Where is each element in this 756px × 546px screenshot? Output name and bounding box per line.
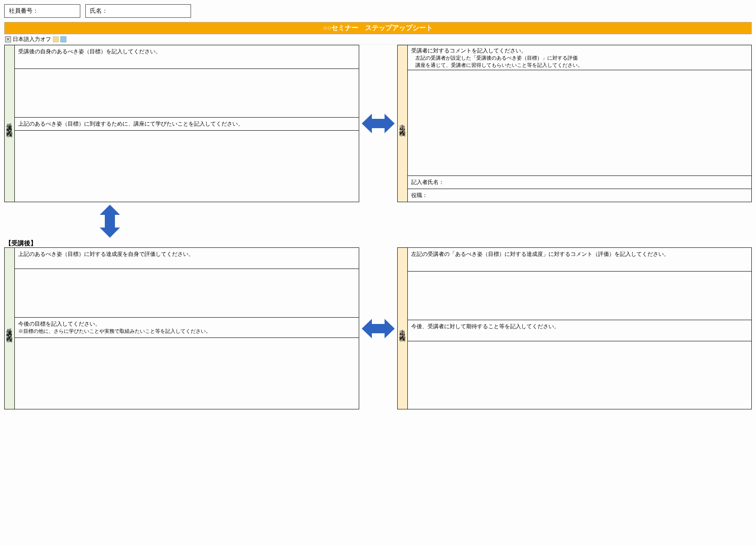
ime-checkbox-icon: ✕ bbox=[5, 36, 11, 42]
arrow-horizontal-2 bbox=[359, 247, 397, 409]
post-right-label: 上司記入欄 bbox=[398, 248, 408, 409]
svg-marker-1 bbox=[100, 205, 120, 238]
post-left-q2-sub: ※目標の他に、さらに学びたいことや実務で取組みたいこと等を記入してください。 bbox=[18, 328, 355, 335]
pre-right-header-main: 受講者に対するコメントを記入してください。 bbox=[411, 47, 748, 55]
block-post-course: 受講者記入欄 上記のあるべき姿（目標）に対する達成度を自身で評価してください。 … bbox=[4, 247, 752, 409]
pre-left-a1[interactable] bbox=[15, 69, 359, 118]
post-right-a1[interactable] bbox=[408, 272, 752, 320]
post-left-label: 受講者記入欄 bbox=[5, 248, 15, 409]
pre-right-sub1: 左記の受講者が設定した「受講後のあるべき姿（目標）」に対する評価 bbox=[411, 55, 748, 62]
block-pre-course: 受講者記入欄 受講後の自身のあるべき姿（目標）を記入してください。 上記のあるべ… bbox=[4, 45, 752, 202]
list-icon bbox=[60, 36, 66, 42]
post-left-q2-main: 今後の目標を記入してください。 bbox=[18, 320, 355, 328]
pre-right-panel: 上司記入欄 受講者に対するコメントを記入してください。 左記の受講者が設定した「… bbox=[397, 45, 752, 202]
pre-left-panel: 受講者記入欄 受講後の自身のあるべき姿（目標）を記入してください。 上記のあるべ… bbox=[4, 45, 359, 202]
pre-right-header: 受講者に対するコメントを記入してください。 左記の受講者が設定した「受講後のある… bbox=[408, 45, 752, 70]
ime-status-text: 日本語入力オフ bbox=[13, 36, 51, 43]
pre-right-sub2: 講座を通じて、受講者に習得してもらいたいこと等を記入してください。 bbox=[411, 62, 748, 69]
post-right-q1: 左記の受講者の「あるべき姿（目標）に対する達成度」に対するコメント（評価）を記入… bbox=[408, 248, 752, 272]
pre-left-q1: 受講後の自身のあるべき姿（目標）を記入してください。 bbox=[15, 45, 359, 69]
post-left-a2[interactable] bbox=[15, 338, 359, 406]
double-arrow-h-icon bbox=[362, 109, 395, 138]
double-arrow-h-icon bbox=[362, 314, 395, 343]
header-fields: 社員番号： 氏名： bbox=[4, 4, 752, 18]
employee-number-box[interactable]: 社員番号： bbox=[4, 4, 80, 18]
post-right-q2: 今後、受講者に対して期待すること等を記入してください。 bbox=[408, 320, 752, 341]
post-left-q1: 上記のあるべき姿（目標）に対する達成度を自身で評価してください。 bbox=[15, 248, 359, 269]
svg-marker-2 bbox=[362, 319, 395, 338]
mid-spacer bbox=[4, 205, 752, 238]
svg-marker-0 bbox=[362, 114, 395, 133]
note-icon bbox=[53, 36, 59, 42]
post-right-panel: 上司記入欄 左記の受講者の「あるべき姿（目標）に対する達成度」に対するコメント（… bbox=[397, 247, 752, 409]
pre-left-q2: 上記のあるべき姿（目標）に到達するために、講座にて学びたいことを記入してください… bbox=[15, 118, 359, 131]
post-left-q2: 今後の目標を記入してください。 ※目標の他に、さらに学びたいことや実務で取組みた… bbox=[15, 318, 359, 338]
pre-left-a2[interactable] bbox=[15, 131, 359, 198]
pre-right-signer-role[interactable]: 役職： bbox=[408, 189, 752, 202]
pre-right-label: 上司記入欄 bbox=[398, 45, 408, 202]
post-left-a1[interactable] bbox=[15, 269, 359, 318]
double-arrow-v-icon bbox=[97, 205, 123, 238]
sheet-title: ○○セミナー ステップアップシート bbox=[4, 22, 752, 34]
arrow-horizontal-1 bbox=[359, 45, 397, 202]
pre-right-comment[interactable] bbox=[408, 70, 752, 176]
post-left-panel: 受講者記入欄 上記のあるべき姿（目標）に対する達成度を自身で評価してください。 … bbox=[4, 247, 359, 409]
post-right-a2[interactable] bbox=[408, 341, 752, 409]
pre-left-label: 受講者記入欄 bbox=[5, 45, 15, 202]
ime-status-row: ✕ 日本語入力オフ bbox=[4, 34, 752, 45]
section-after-label: 【受講後】 bbox=[4, 239, 752, 247]
name-box[interactable]: 氏名： bbox=[85, 4, 191, 18]
pre-right-signer-name[interactable]: 記入者氏名： bbox=[408, 176, 752, 189]
